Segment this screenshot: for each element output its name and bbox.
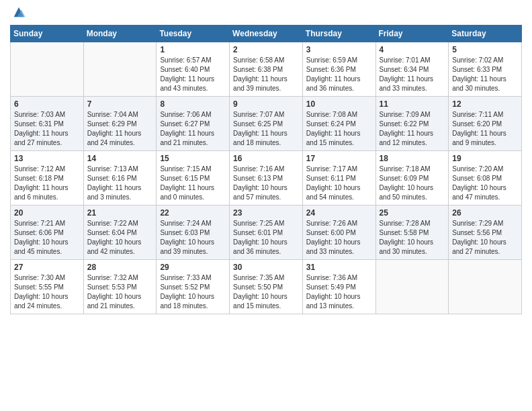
- sunrise: Sunrise: 7:07 AM: [233, 111, 284, 118]
- day-info: Sunrise: 7:02 AMSunset: 6:33 PMDaylight:…: [452, 56, 518, 93]
- day-info: Sunrise: 7:32 AMSunset: 5:53 PMDaylight:…: [87, 273, 153, 311]
- daylight-hours: Daylight: 11 hours: [87, 130, 142, 137]
- daylight-minutes: and 18 minutes.: [233, 139, 281, 146]
- calendar-cell: 27Sunrise: 7:30 AMSunset: 5:55 PMDayligh…: [11, 260, 84, 314]
- calendar-cell: 22Sunrise: 7:24 AMSunset: 6:03 PMDayligh…: [157, 205, 230, 260]
- sunset: Sunset: 5:58 PM: [380, 229, 429, 236]
- daylight-hours: Daylight: 11 hours: [233, 130, 287, 137]
- daylight-minutes: and 33 minutes.: [306, 248, 354, 255]
- day-info: Sunrise: 7:35 AMSunset: 5:50 PMDaylight:…: [233, 273, 299, 311]
- daylight-minutes: and 47 minutes.: [452, 193, 500, 201]
- calendar-week-row: 1Sunrise: 6:57 AMSunset: 6:40 PMDaylight…: [11, 42, 522, 97]
- sunrise: Sunrise: 7:20 AM: [452, 165, 503, 173]
- calendar-cell: 20Sunrise: 7:21 AMSunset: 6:06 PMDayligh…: [11, 205, 84, 260]
- daylight-minutes: and 43 minutes.: [160, 85, 208, 92]
- sunset: Sunset: 6:16 PM: [87, 175, 137, 182]
- daylight-minutes: and 27 minutes.: [452, 248, 500, 255]
- sunrise: Sunrise: 7:16 AM: [233, 165, 284, 173]
- calendar-header-sunday: Sunday: [11, 26, 84, 42]
- daylight-hours: Daylight: 11 hours: [160, 75, 214, 83]
- daylight-hours: Daylight: 10 hours: [160, 238, 214, 246]
- day-info: Sunrise: 7:29 AMSunset: 5:56 PMDaylight:…: [452, 219, 518, 257]
- calendar-cell: [83, 42, 157, 97]
- calendar-week-row: 13Sunrise: 7:12 AMSunset: 6:18 PMDayligh…: [11, 151, 522, 205]
- daylight-hours: Daylight: 10 hours: [160, 293, 214, 300]
- sunset: Sunset: 6:36 PM: [306, 66, 356, 73]
- daylight-minutes: and 3 minutes.: [87, 193, 132, 201]
- calendar-cell: 14Sunrise: 7:13 AMSunset: 6:16 PMDayligh…: [83, 151, 157, 205]
- daylight-hours: Daylight: 10 hours: [306, 238, 361, 246]
- sunset: Sunset: 6:15 PM: [160, 175, 210, 182]
- day-number: 30: [233, 263, 299, 272]
- calendar-cell: 8Sunrise: 7:06 AMSunset: 6:27 PMDaylight…: [157, 97, 230, 151]
- calendar-cell: 11Sunrise: 7:09 AMSunset: 6:22 PMDayligh…: [375, 97, 449, 151]
- sunset: Sunset: 5:52 PM: [160, 283, 210, 291]
- day-number: 1: [160, 45, 226, 54]
- day-number: 16: [233, 154, 299, 163]
- daylight-hours: Daylight: 10 hours: [233, 238, 287, 246]
- day-number: 9: [233, 99, 299, 109]
- day-number: 13: [14, 154, 80, 163]
- sunrise: Sunrise: 7:13 AM: [87, 165, 138, 173]
- sunset: Sunset: 5:49 PM: [306, 283, 356, 291]
- day-info: Sunrise: 7:03 AMSunset: 6:31 PMDaylight:…: [14, 110, 80, 148]
- day-info: Sunrise: 7:04 AMSunset: 6:29 PMDaylight:…: [87, 110, 153, 148]
- daylight-minutes: and 18 minutes.: [160, 302, 208, 310]
- sunrise: Sunrise: 7:11 AM: [452, 111, 503, 118]
- sunrise: Sunrise: 6:59 AM: [306, 56, 357, 64]
- sunset: Sunset: 6:01 PM: [233, 229, 283, 236]
- daylight-hours: Daylight: 10 hours: [380, 184, 434, 191]
- daylight-minutes: and 36 minutes.: [233, 248, 281, 255]
- daylight-hours: Daylight: 10 hours: [233, 184, 287, 191]
- sunset: Sunset: 6:09 PM: [380, 175, 429, 182]
- sunset: Sunset: 6:31 PM: [14, 120, 64, 128]
- daylight-hours: Daylight: 10 hours: [452, 184, 506, 191]
- daylight-minutes: and 33 minutes.: [380, 85, 427, 92]
- daylight-minutes: and 27 minutes.: [14, 139, 62, 146]
- daylight-minutes: and 30 minutes.: [452, 85, 500, 92]
- calendar-cell: 18Sunrise: 7:18 AMSunset: 6:09 PMDayligh…: [375, 151, 449, 205]
- logo: [10, 10, 26, 19]
- daylight-minutes: and 39 minutes.: [233, 85, 281, 92]
- day-info: Sunrise: 7:22 AMSunset: 6:04 PMDaylight:…: [87, 219, 153, 257]
- day-info: Sunrise: 6:58 AMSunset: 6:38 PMDaylight:…: [233, 56, 299, 93]
- calendar-cell: 15Sunrise: 7:15 AMSunset: 6:15 PMDayligh…: [157, 151, 230, 205]
- calendar-header-friday: Friday: [375, 26, 449, 42]
- sunrise: Sunrise: 7:09 AM: [380, 111, 431, 118]
- day-info: Sunrise: 7:25 AMSunset: 6:01 PMDaylight:…: [233, 219, 299, 257]
- daylight-minutes: and 13 minutes.: [306, 302, 354, 310]
- logo-icon: [11, 5, 26, 19]
- daylight-hours: Daylight: 11 hours: [233, 75, 287, 83]
- calendar-cell: 3Sunrise: 6:59 AMSunset: 6:36 PMDaylight…: [302, 42, 375, 97]
- daylight-hours: Daylight: 10 hours: [306, 184, 361, 191]
- day-number: 20: [14, 208, 80, 218]
- calendar-week-row: 27Sunrise: 7:30 AMSunset: 5:55 PMDayligh…: [11, 260, 522, 314]
- calendar-cell: 1Sunrise: 6:57 AMSunset: 6:40 PMDaylight…: [157, 42, 230, 97]
- daylight-minutes: and 24 minutes.: [14, 302, 62, 310]
- calendar-cell: 9Sunrise: 7:07 AMSunset: 6:25 PMDaylight…: [230, 97, 303, 151]
- sunset: Sunset: 6:25 PM: [233, 120, 283, 128]
- sunset: Sunset: 6:29 PM: [87, 120, 137, 128]
- calendar-cell: 31Sunrise: 7:36 AMSunset: 5:49 PMDayligh…: [302, 260, 375, 314]
- calendar-cell: 7Sunrise: 7:04 AMSunset: 6:29 PMDaylight…: [83, 97, 157, 151]
- daylight-hours: Daylight: 10 hours: [87, 238, 142, 246]
- daylight-minutes: and 15 minutes.: [306, 139, 354, 146]
- page-header: [10, 7, 522, 19]
- daylight-minutes: and 45 minutes.: [14, 248, 62, 255]
- day-info: Sunrise: 7:06 AMSunset: 6:27 PMDaylight:…: [160, 110, 226, 148]
- calendar-cell: 21Sunrise: 7:22 AMSunset: 6:04 PMDayligh…: [83, 205, 157, 260]
- day-number: 14: [87, 154, 153, 163]
- sunrise: Sunrise: 7:33 AM: [160, 274, 211, 281]
- sunset: Sunset: 5:56 PM: [452, 229, 502, 236]
- daylight-minutes: and 21 minutes.: [160, 139, 208, 146]
- daylight-hours: Daylight: 10 hours: [87, 293, 142, 300]
- day-info: Sunrise: 7:01 AMSunset: 6:34 PMDaylight:…: [380, 56, 445, 93]
- sunset: Sunset: 6:27 PM: [160, 120, 210, 128]
- daylight-minutes: and 39 minutes.: [160, 248, 208, 255]
- daylight-minutes: and 54 minutes.: [306, 193, 354, 201]
- day-info: Sunrise: 6:59 AMSunset: 6:36 PMDaylight:…: [306, 56, 372, 93]
- sunset: Sunset: 6:38 PM: [233, 66, 283, 73]
- sunrise: Sunrise: 7:25 AM: [233, 220, 284, 227]
- daylight-hours: Daylight: 11 hours: [14, 130, 69, 137]
- day-info: Sunrise: 7:08 AMSunset: 6:24 PMDaylight:…: [306, 110, 372, 148]
